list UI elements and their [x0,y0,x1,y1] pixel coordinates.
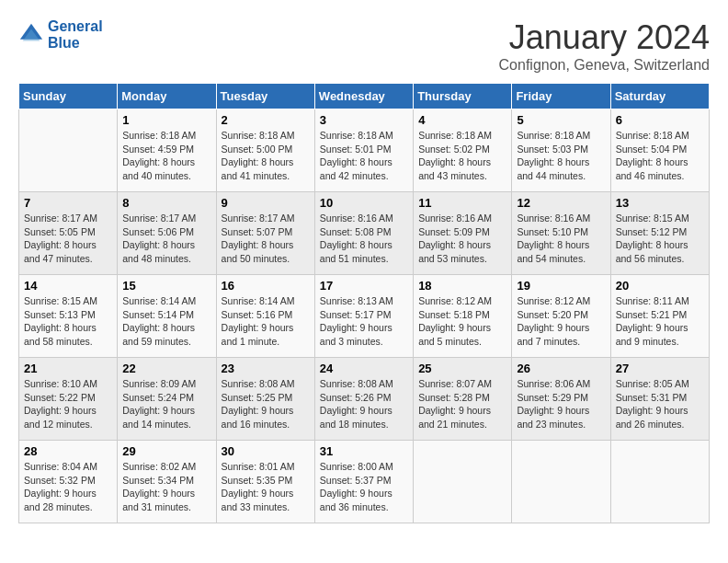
calendar-cell: 11Sunrise: 8:16 AM Sunset: 5:09 PM Dayli… [414,192,512,275]
day-number: 30 [222,444,310,458]
calendar-cell [512,441,610,523]
day-info: Sunrise: 8:16 AM Sunset: 5:08 PM Dayligh… [320,212,408,266]
calendar-cell: 30Sunrise: 8:01 AM Sunset: 5:35 PM Dayli… [216,441,314,523]
column-header-monday: Monday [118,84,216,109]
day-info: Sunrise: 8:18 AM Sunset: 5:04 PM Dayligh… [616,129,704,183]
calendar-cell: 14Sunrise: 8:15 AM Sunset: 5:13 PM Dayli… [19,275,118,358]
logo-text: General Blue [48,18,103,52]
title-section: January 2024 Confignon, Geneva, Switzerl… [499,18,710,74]
day-info: Sunrise: 8:16 AM Sunset: 5:09 PM Dayligh… [418,212,506,266]
calendar-cell: 16Sunrise: 8:14 AM Sunset: 5:16 PM Dayli… [216,275,314,358]
calendar-cell: 27Sunrise: 8:05 AM Sunset: 5:31 PM Dayli… [610,358,709,441]
day-number: 27 [616,362,704,375]
column-header-tuesday: Tuesday [216,84,314,109]
calendar-cell: 20Sunrise: 8:11 AM Sunset: 5:21 PM Dayli… [610,275,709,358]
column-header-thursday: Thursday [414,84,512,109]
day-info: Sunrise: 8:06 AM Sunset: 5:29 PM Dayligh… [517,377,605,431]
calendar-cell: 7Sunrise: 8:17 AM Sunset: 5:05 PM Daylig… [19,192,118,275]
calendar-header-row: SundayMondayTuesdayWednesdayThursdayFrid… [19,84,710,109]
day-number: 16 [222,279,310,293]
day-info: Sunrise: 8:13 AM Sunset: 5:17 PM Dayligh… [320,294,408,349]
day-number: 2 [222,113,310,127]
day-number: 6 [616,113,704,127]
day-info: Sunrise: 8:05 AM Sunset: 5:31 PM Dayligh… [616,377,704,431]
calendar-cell: 26Sunrise: 8:06 AM Sunset: 5:29 PM Dayli… [512,358,610,441]
day-number: 15 [122,279,210,293]
calendar-cell [414,441,512,523]
day-number: 3 [320,113,408,127]
calendar-week-row: 28Sunrise: 8:04 AM Sunset: 5:32 PM Dayli… [19,441,710,523]
calendar-cell: 29Sunrise: 8:02 AM Sunset: 5:34 PM Dayli… [118,441,216,523]
calendar-cell [19,109,118,192]
day-number: 18 [418,279,506,293]
day-info: Sunrise: 8:15 AM Sunset: 5:12 PM Dayligh… [616,212,704,266]
day-info: Sunrise: 8:04 AM Sunset: 5:32 PM Dayligh… [24,460,112,514]
day-info: Sunrise: 8:07 AM Sunset: 5:28 PM Dayligh… [418,377,506,431]
column-header-friday: Friday [512,84,610,109]
calendar-cell: 10Sunrise: 8:16 AM Sunset: 5:08 PM Dayli… [314,192,413,275]
day-info: Sunrise: 8:00 AM Sunset: 5:37 PM Dayligh… [320,460,408,514]
day-info: Sunrise: 8:15 AM Sunset: 5:13 PM Dayligh… [24,294,112,349]
day-info: Sunrise: 8:14 AM Sunset: 5:16 PM Dayligh… [222,294,310,349]
calendar-cell: 3Sunrise: 8:18 AM Sunset: 5:01 PM Daylig… [314,109,413,192]
day-number: 10 [320,196,408,210]
day-info: Sunrise: 8:12 AM Sunset: 5:18 PM Dayligh… [418,294,506,349]
day-info: Sunrise: 8:17 AM Sunset: 5:06 PM Dayligh… [122,212,210,266]
day-number: 9 [222,196,310,210]
calendar-cell: 31Sunrise: 8:00 AM Sunset: 5:37 PM Dayli… [314,441,413,523]
calendar-week-row: 21Sunrise: 8:10 AM Sunset: 5:22 PM Dayli… [19,358,710,441]
day-info: Sunrise: 8:08 AM Sunset: 5:25 PM Dayligh… [222,377,310,431]
calendar-cell: 9Sunrise: 8:17 AM Sunset: 5:07 PM Daylig… [216,192,314,275]
calendar-cell: 17Sunrise: 8:13 AM Sunset: 5:17 PM Dayli… [314,275,413,358]
day-info: Sunrise: 8:08 AM Sunset: 5:26 PM Dayligh… [320,377,408,431]
day-number: 19 [517,279,605,293]
day-number: 21 [24,362,112,375]
calendar-week-row: 1Sunrise: 8:18 AM Sunset: 4:59 PM Daylig… [19,109,710,192]
calendar-cell [610,441,709,523]
day-number: 23 [222,362,310,375]
day-number: 5 [517,113,605,127]
day-info: Sunrise: 8:02 AM Sunset: 5:34 PM Dayligh… [122,460,210,514]
day-info: Sunrise: 8:12 AM Sunset: 5:20 PM Dayligh… [517,294,605,349]
calendar-cell: 2Sunrise: 8:18 AM Sunset: 5:00 PM Daylig… [216,109,314,192]
day-number: 24 [320,362,408,375]
page-header: General Blue January 2024 Confignon, Gen… [18,18,710,74]
day-number: 11 [418,196,506,210]
day-number: 14 [24,279,112,293]
day-number: 13 [616,196,704,210]
day-info: Sunrise: 8:01 AM Sunset: 5:35 PM Dayligh… [222,460,310,514]
calendar-cell: 8Sunrise: 8:17 AM Sunset: 5:06 PM Daylig… [118,192,216,275]
calendar-cell: 15Sunrise: 8:14 AM Sunset: 5:14 PM Dayli… [118,275,216,358]
day-number: 25 [418,362,506,375]
day-info: Sunrise: 8:09 AM Sunset: 5:24 PM Dayligh… [122,377,210,431]
calendar-cell: 28Sunrise: 8:04 AM Sunset: 5:32 PM Dayli… [19,441,118,523]
calendar-cell: 25Sunrise: 8:07 AM Sunset: 5:28 PM Dayli… [414,358,512,441]
day-info: Sunrise: 8:18 AM Sunset: 5:02 PM Dayligh… [418,129,506,183]
day-info: Sunrise: 8:18 AM Sunset: 5:01 PM Dayligh… [320,129,408,183]
day-info: Sunrise: 8:18 AM Sunset: 5:00 PM Dayligh… [222,129,310,183]
calendar-cell: 5Sunrise: 8:18 AM Sunset: 5:03 PM Daylig… [512,109,610,192]
calendar-cell: 6Sunrise: 8:18 AM Sunset: 5:04 PM Daylig… [610,109,709,192]
day-number: 8 [122,196,210,210]
column-header-wednesday: Wednesday [314,84,413,109]
calendar-cell: 22Sunrise: 8:09 AM Sunset: 5:24 PM Dayli… [118,358,216,441]
calendar-cell: 4Sunrise: 8:18 AM Sunset: 5:02 PM Daylig… [414,109,512,192]
calendar-title: January 2024 [499,18,710,57]
day-number: 7 [24,196,112,210]
calendar-week-row: 14Sunrise: 8:15 AM Sunset: 5:13 PM Dayli… [19,275,710,358]
day-info: Sunrise: 8:11 AM Sunset: 5:21 PM Dayligh… [616,294,704,349]
day-info: Sunrise: 8:18 AM Sunset: 5:03 PM Dayligh… [517,129,605,183]
day-number: 29 [122,444,210,458]
calendar-cell: 23Sunrise: 8:08 AM Sunset: 5:25 PM Dayli… [216,358,314,441]
day-info: Sunrise: 8:10 AM Sunset: 5:22 PM Dayligh… [24,377,112,431]
day-info: Sunrise: 8:17 AM Sunset: 5:07 PM Dayligh… [222,212,310,266]
calendar-cell: 13Sunrise: 8:15 AM Sunset: 5:12 PM Dayli… [610,192,709,275]
day-number: 31 [320,444,408,458]
day-number: 1 [122,113,210,127]
day-number: 4 [418,113,506,127]
day-info: Sunrise: 8:17 AM Sunset: 5:05 PM Dayligh… [24,212,112,266]
day-info: Sunrise: 8:16 AM Sunset: 5:10 PM Dayligh… [517,212,605,266]
calendar-week-row: 7Sunrise: 8:17 AM Sunset: 5:05 PM Daylig… [19,192,710,275]
calendar-cell: 18Sunrise: 8:12 AM Sunset: 5:18 PM Dayli… [414,275,512,358]
day-info: Sunrise: 8:14 AM Sunset: 5:14 PM Dayligh… [122,294,210,349]
